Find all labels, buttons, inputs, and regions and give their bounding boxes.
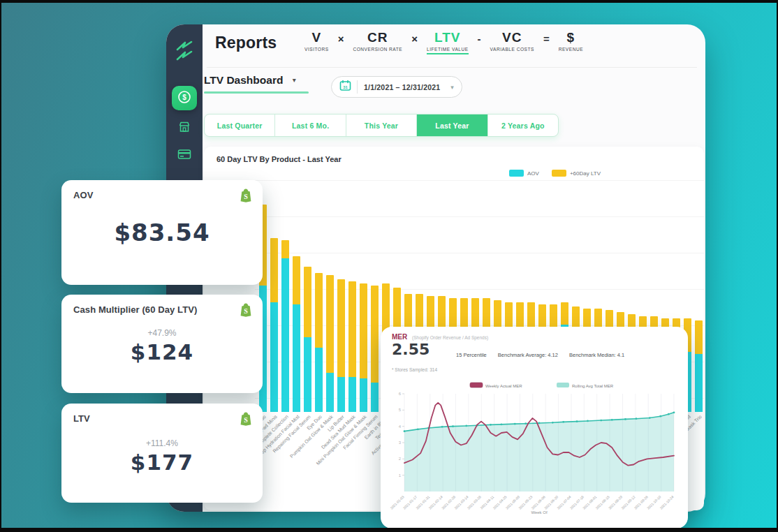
legend-label: AOV — [527, 170, 539, 177]
sidebar-item-store[interactable] — [177, 120, 191, 137]
bar-segment-60day-ltv — [371, 286, 379, 383]
dashboard-selector[interactable]: LTV Dashboard ▾ — [204, 74, 309, 94]
formula-operator: × — [338, 33, 344, 45]
formula-term-ltv: LTVLIFETIME VALUE — [427, 31, 469, 54]
kpi-card-cash-multiplier: Cash Multiplier (60 Day LTV) S +47.9% $1… — [61, 295, 263, 393]
bar-segment-aov — [304, 337, 311, 412]
bar-9 — [348, 281, 356, 412]
date-range-value: 1/1/2021 – 12/31/2021 — [364, 83, 440, 91]
shopify-icon: S — [239, 188, 253, 206]
header-divider — [207, 67, 697, 68]
svg-text:Weekly Actual MER: Weekly Actual MER — [485, 384, 522, 388]
date-range-picker[interactable]: 31 1/1/2021 – 12/31/2021 ▾ — [331, 76, 462, 98]
kpi-title: AOV — [73, 190, 93, 200]
formula-symbol: CR — [367, 31, 388, 45]
bar-8 — [337, 279, 345, 412]
credit-card-icon — [177, 149, 191, 163]
bar-segment-aov — [326, 373, 334, 412]
shopify-icon: S — [239, 302, 253, 320]
kpi-delta: +47.9% — [61, 328, 263, 338]
bar-5 — [304, 267, 311, 412]
bar-11 — [371, 286, 379, 412]
formula-symbol: $ — [567, 31, 575, 45]
bar-category-label: Lip Butter — [277, 414, 345, 482]
svg-text:Rolling Avg Total MER: Rolling Avg Total MER — [572, 384, 614, 388]
bar-category-label: Eye Duo — [255, 414, 323, 482]
formula-operator: × — [411, 33, 418, 45]
bar-segment-60day-ltv — [293, 256, 300, 304]
bar-segment-aov — [270, 302, 278, 412]
formula-term-revenue: $REVENUE — [559, 31, 583, 52]
storefront-icon — [177, 120, 191, 137]
legend-item-60day-ltv: +60Day LTV — [552, 170, 601, 177]
formula-operator: - — [478, 33, 481, 45]
sidebar-item-billing[interactable] — [177, 149, 191, 163]
bar-segment-aov — [315, 348, 323, 412]
chevron-down-icon: ▾ — [293, 76, 296, 84]
bar-segment-60day-ltv — [695, 320, 703, 354]
bar-segment-60day-ltv — [315, 273, 323, 348]
svg-text:Week Of: Week Of — [531, 510, 548, 515]
legend-swatch — [509, 170, 524, 177]
bar-segment-60day-ltv — [304, 267, 311, 337]
formula-label: VARIABLE COSTS — [490, 47, 534, 52]
tab-last-quarter[interactable]: Last Quarter — [205, 114, 274, 136]
kpi-title: Cash Multiplier (60 Day LTV) — [73, 304, 197, 315]
kpi-title: LTV — [73, 413, 90, 424]
bar-category-label: Facial Firming Serum — [311, 414, 379, 482]
tab-2-years-ago[interactable]: 2 Years Ago — [487, 114, 558, 136]
bar-segment-aov — [281, 258, 289, 412]
dollar-circle-icon: $ — [177, 90, 191, 107]
svg-text:$: $ — [182, 94, 186, 101]
bar-40 — [695, 320, 703, 412]
bar-category-label: Earth in Bloom — [322, 414, 390, 482]
tab-this-year[interactable]: This Year — [346, 114, 416, 136]
formula-symbol: V — [311, 31, 321, 45]
bar-segment-aov — [337, 377, 345, 412]
bar-segment-aov — [695, 354, 703, 412]
bar-3 — [281, 240, 289, 412]
title-underline — [204, 91, 309, 94]
bar-segment-60day-ltv — [348, 281, 356, 377]
shopify-icon: S — [239, 411, 253, 429]
bar-segment-60day-ltv — [337, 279, 345, 377]
bar-6 — [315, 273, 323, 412]
svg-text:5: 5 — [399, 408, 402, 412]
kpi-card-ltv: LTV S +111.4% $177 — [61, 404, 263, 503]
svg-text:S: S — [244, 307, 248, 315]
formula-operator: = — [543, 33, 550, 45]
mer-line-chart: 1234562021-01-032021-01-172021-01-312021… — [381, 327, 688, 529]
bar-category-label: Pumpkin Oat Glow & Mask — [266, 414, 334, 482]
sidebar-item-ltv-dashboard[interactable]: $ — [172, 86, 197, 110]
formula: VVISITORS×CRCONVERSION RATE×LTVLIFETIME … — [304, 31, 583, 54]
legend-label: +60Day LTV — [570, 170, 601, 177]
svg-text:6: 6 — [399, 392, 402, 396]
bar-segment-60day-ltv — [561, 302, 568, 325]
bar-category-label: Dead Sea Mud Mask — [288, 414, 356, 482]
formula-symbol: LTV — [434, 31, 460, 45]
bar-7 — [326, 275, 334, 412]
tabs: Last QuarterLast 6 Mo.This YearLast Year… — [204, 114, 559, 137]
chart-title: 60 Day LTV By Product - Last Year — [216, 155, 342, 163]
legend-swatch — [552, 170, 566, 177]
bar-10 — [360, 283, 367, 412]
svg-text:S: S — [244, 416, 248, 424]
bar-segment-aov — [371, 383, 379, 412]
mer-panel: MER (Shopify Order Revenue / Ad Spends) … — [381, 327, 688, 529]
tab-last-year[interactable]: Last Year — [416, 114, 487, 136]
kpi-value: $177 — [61, 450, 263, 475]
bar-segment-60day-ltv — [270, 238, 278, 302]
calendar-icon: 31 — [339, 80, 351, 94]
bar-legend: AOV+60Day LTV — [509, 170, 601, 177]
formula-label: REVENUE — [559, 47, 583, 52]
screenshot-canvas: $ — [0, 0, 778, 532]
formula-label: LIFETIME VALUE — [427, 47, 469, 54]
bar-4 — [293, 256, 300, 412]
tab-last-6-mo-[interactable]: Last 6 Mo. — [274, 114, 345, 136]
bar-segment-60day-ltv — [360, 283, 367, 379]
svg-text:4: 4 — [399, 424, 402, 429]
kpi-delta: +111.4% — [61, 438, 263, 448]
formula-term-cr: CRCONVERSION RATE — [353, 31, 402, 52]
page-title: Reports — [215, 34, 277, 52]
svg-text:2021-10-24: 2021-10-24 — [659, 494, 674, 510]
